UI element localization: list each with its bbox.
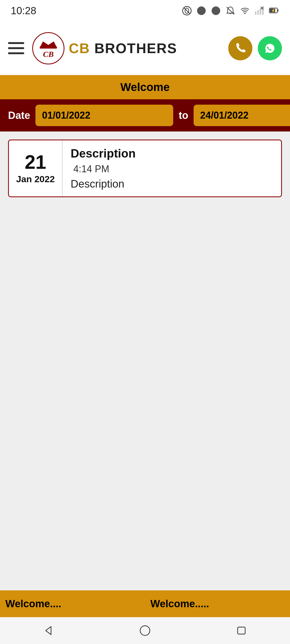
to-label: to (179, 110, 188, 121)
date-label: Date (8, 110, 30, 121)
bottom-item-1-text: Welcome.... (5, 598, 61, 610)
wifi-icon (240, 5, 250, 16)
media-mute-icon (182, 5, 192, 16)
card-description: Description (71, 178, 273, 190)
bell-mute-icon (225, 5, 236, 16)
welcome-banner-text: Welcome (120, 81, 170, 94)
app-header: CB CB BROTHERS (0, 21, 290, 75)
signal-icon (254, 5, 265, 16)
header-buttons (228, 36, 282, 60)
logo-area: CB CB BROTHERS (32, 32, 223, 64)
svg-rect-22 (238, 627, 245, 634)
whatsapp-button[interactable] (258, 36, 282, 60)
menu-line-3 (8, 52, 24, 54)
welcome-banner: Welcome (0, 75, 290, 99)
card-time: 4:14 PM (73, 163, 273, 175)
status-bar: 10:28 (0, 0, 290, 21)
status-time: 10:28 (11, 5, 36, 17)
svg-point-21 (140, 626, 150, 635)
svg-rect-17 (40, 46, 57, 49)
svg-rect-8 (257, 10, 259, 15)
status-icons: ⚡ (182, 5, 279, 16)
android-nav-bar (0, 617, 290, 644)
card-month-year: Jan 2022 (16, 174, 55, 184)
phone-button[interactable] (228, 36, 252, 60)
menu-line-2 (8, 47, 24, 49)
event-card: 21 Jan 2022 Description 4:14 PM Descript… (8, 140, 282, 197)
card-content-section: Description 4:14 PM Description (63, 140, 281, 196)
brand-name: CB BROTHERS (69, 40, 177, 56)
card-day: 21 (25, 152, 46, 172)
card-title: Description (71, 147, 273, 160)
svg-rect-14 (277, 9, 278, 12)
card-date-section: 21 Jan 2022 (9, 140, 63, 196)
svg-marker-20 (46, 627, 51, 635)
brand-cb: CB (69, 41, 95, 56)
bottom-bar: Welcome.... Welcome..... (0, 590, 290, 617)
recents-button[interactable] (234, 623, 250, 639)
circle-icon-1 (196, 5, 207, 16)
svg-point-6 (244, 13, 246, 14)
menu-button[interactable] (8, 39, 27, 58)
from-date-input[interactable] (35, 105, 173, 126)
brand-brothers: BROTHERS (95, 41, 177, 56)
svg-point-3 (197, 6, 206, 15)
to-date-input[interactable] (194, 105, 290, 126)
svg-point-4 (212, 6, 220, 15)
bottom-item-2: Welcome..... (145, 598, 290, 610)
bottom-item-1: Welcome.... (0, 598, 145, 610)
svg-text:⚡: ⚡ (271, 8, 276, 13)
menu-line-1 (8, 42, 24, 44)
bottom-item-2-text: Welcome..... (150, 598, 209, 610)
date-filter-bar: Date to Search (0, 99, 290, 131)
svg-rect-7 (255, 12, 256, 15)
logo-icon: CB (32, 32, 64, 64)
svg-text:CB: CB (43, 50, 54, 58)
content-area: 21 Jan 2022 Description 4:14 PM Descript… (0, 131, 290, 205)
circle-icon-2 (211, 5, 221, 16)
battery-icon: ⚡ (269, 5, 279, 16)
home-button[interactable] (137, 623, 153, 639)
back-button[interactable] (40, 623, 56, 639)
